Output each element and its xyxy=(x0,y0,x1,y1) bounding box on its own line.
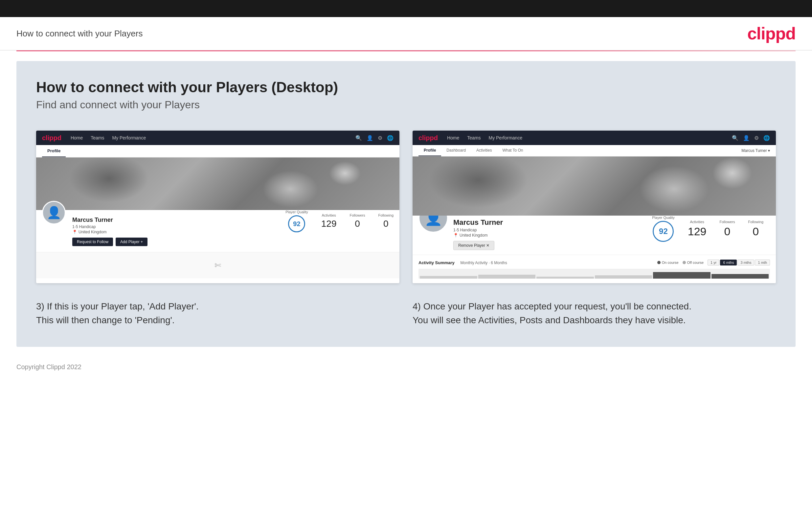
tab-profile-right[interactable]: Profile xyxy=(418,145,441,156)
golf-banner-left xyxy=(36,158,399,210)
stat-followers-value-left: 0 xyxy=(350,219,365,229)
player-name-right: Marcus Turner xyxy=(453,218,503,227)
search-icon-right[interactable]: 🔍 xyxy=(732,135,739,141)
globe-icon-left[interactable]: 🌐 xyxy=(387,135,394,141)
player-location-right: 📍 United Kingdom xyxy=(453,233,503,238)
activity-title-block: Activity Summary Monthly Activity · 6 Mo… xyxy=(418,260,507,266)
header: How to connect with your Players clippd xyxy=(0,17,812,51)
stat-activities-value-left: 129 xyxy=(321,219,337,229)
chart-bar-3 xyxy=(537,277,594,279)
stat-followers-left: Followers 0 xyxy=(350,213,365,229)
screenshot-right: clippd Home Teams My Performance 🔍 👤 ⚙ 🌐… xyxy=(413,130,776,283)
user-icon-right[interactable]: 👤 xyxy=(743,135,750,141)
stats-section-left: Player Quality 92 Activities 129 Followe… xyxy=(279,210,394,232)
copyright-text: Copyright Clippd 2022 xyxy=(16,363,82,371)
avatar-left: 👤 xyxy=(42,201,66,224)
player-actions-left: Request to Follow Add Player + xyxy=(72,238,272,246)
tab-dashboard-right[interactable]: Dashboard xyxy=(441,145,471,156)
nav-home-left[interactable]: Home xyxy=(70,135,83,140)
request-follow-button[interactable]: Request to Follow xyxy=(72,238,113,246)
time-btn-1mth[interactable]: 1 mth xyxy=(755,260,770,266)
tab-profile-left[interactable]: Profile xyxy=(42,145,66,157)
player-name-left: Marcus Turner xyxy=(72,217,272,223)
activity-chart xyxy=(418,269,770,279)
main-content: How to connect with your Players (Deskto… xyxy=(16,61,796,347)
profile-name-block-right: Marcus Turner 1-5 Handicap 📍 United King… xyxy=(453,216,503,250)
settings-icon-right[interactable]: ⚙ xyxy=(754,135,759,141)
desc-block-3: 3) If this is your Player tap, 'Add Play… xyxy=(36,299,399,327)
activity-summary-right: Activity Summary Monthly Activity · 6 Mo… xyxy=(413,255,776,283)
add-player-button[interactable]: Add Player + xyxy=(116,238,148,246)
time-btn-3mths[interactable]: 3 mths xyxy=(738,260,754,266)
nav-home-right[interactable]: Home xyxy=(447,135,459,140)
screenshot-left: clippd Home Teams My Performance 🔍 👤 ⚙ 🌐… xyxy=(36,130,399,283)
footer: Copyright Clippd 2022 xyxy=(0,357,812,377)
stat-following-value-right: 0 xyxy=(748,225,763,238)
legend-oncourse: On course xyxy=(657,261,679,265)
page-main-title: How to connect with your Players (Deskto… xyxy=(36,79,776,96)
player-quality-block-right: Player Quality 92 xyxy=(652,216,674,242)
desc-block-4: 4) Once your Player has accepted your re… xyxy=(413,299,776,327)
app-logo-right: clippd xyxy=(418,134,438,142)
header-title: How to connect with your Players xyxy=(16,29,143,39)
app-nav-items-right: Home Teams My Performance xyxy=(447,135,732,140)
header-divider xyxy=(16,51,796,51)
location-pin-icon-right: 📍 xyxy=(453,233,458,238)
nav-myperformance-left[interactable]: My Performance xyxy=(112,135,146,140)
globe-icon-right[interactable]: 🌐 xyxy=(763,135,770,141)
stat-following-label-left: Following xyxy=(378,213,394,217)
player-dropdown-right[interactable]: Marcus Turner ▾ xyxy=(742,148,770,153)
stat-activities-label-right: Activities xyxy=(688,220,707,224)
chart-bar-6 xyxy=(711,274,769,279)
app-navbar-left: clippd Home Teams My Performance 🔍 👤 ⚙ 🌐 xyxy=(36,130,399,145)
app-tabs-left: Profile xyxy=(36,145,399,158)
search-icon-left[interactable]: 🔍 xyxy=(355,135,362,141)
app-logo-left: clippd xyxy=(42,134,61,142)
time-btn-6mths[interactable]: 6 mths xyxy=(720,260,737,266)
pq-circle-left: 92 xyxy=(288,215,305,232)
golf-banner-right xyxy=(413,157,776,216)
time-btn-1yr[interactable]: 1 yr xyxy=(708,260,719,266)
legend-offcourse-label: Off course xyxy=(687,261,704,265)
activity-header-right: Activity Summary Monthly Activity · 6 Mo… xyxy=(418,260,770,266)
chart-bar-2 xyxy=(478,275,536,279)
activity-controls: On course Off course 1 yr 6 mths 3 mths … xyxy=(657,260,770,266)
app-tabs-left-row: Profile Dashboard Activities What To On xyxy=(418,145,528,156)
page-subtitle: Find and connect with your Players xyxy=(36,99,776,111)
profile-info-left: Marcus Turner 1-5 Handicap 📍 United King… xyxy=(72,214,272,246)
stat-activities-label-left: Activities xyxy=(321,213,337,217)
legend-dot-offcourse xyxy=(682,261,686,264)
app-tabs-row2-right: Profile Dashboard Activities What To On … xyxy=(413,145,776,157)
user-icon-left[interactable]: 👤 xyxy=(367,135,373,141)
pq-label-left: Player Quality xyxy=(286,210,308,214)
player-location-left: 📍 United Kingdom xyxy=(72,230,272,234)
tab-activities-right[interactable]: Activities xyxy=(471,145,497,156)
activity-subtitle: Monthly Activity · 6 Months xyxy=(461,261,507,265)
player-quality-block-left: Player Quality 92 xyxy=(286,210,308,232)
stat-followers-value-right: 0 xyxy=(719,225,735,238)
nav-teams-right[interactable]: Teams xyxy=(467,135,480,140)
chart-bar-4 xyxy=(595,275,652,279)
settings-icon-left[interactable]: ⚙ xyxy=(378,135,383,141)
screenshot-lower-left: ✄ xyxy=(36,252,399,278)
app-nav-items-left: Home Teams My Performance xyxy=(70,135,355,140)
location-pin-icon-left: 📍 xyxy=(72,230,77,234)
stat-following-right: Following 0 xyxy=(748,220,763,238)
app-navbar-right: clippd Home Teams My Performance 🔍 👤 ⚙ 🌐 xyxy=(413,130,776,145)
profile-stats-row-right: 👤 Marcus Turner 1-5 Handicap 📍 United Ki… xyxy=(413,216,776,255)
stat-following-left: Following 0 xyxy=(378,213,394,229)
tab-whattoworkon-right[interactable]: What To On xyxy=(497,145,528,156)
profile-section-left: 👤 Marcus Turner 1-5 Handicap 📍 United Ki… xyxy=(36,210,399,252)
nav-myperformance-right[interactable]: My Performance xyxy=(489,135,522,140)
stat-activities-value-right: 129 xyxy=(688,225,707,238)
desc-text-4: 4) Once your Player has accepted your re… xyxy=(413,299,776,327)
stat-followers-label-left: Followers xyxy=(350,213,365,217)
stat-following-value-left: 0 xyxy=(378,219,394,229)
pq-label-right: Player Quality xyxy=(652,216,674,220)
legend-offcourse: Off course xyxy=(682,261,704,265)
remove-player-button[interactable]: Remove Player ✕ xyxy=(453,241,494,250)
chart-bar-1 xyxy=(420,276,477,279)
chart-bar-5 xyxy=(653,272,711,279)
desc-text-3: 3) If this is your Player tap, 'Add Play… xyxy=(36,299,399,327)
nav-teams-left[interactable]: Teams xyxy=(91,135,104,140)
